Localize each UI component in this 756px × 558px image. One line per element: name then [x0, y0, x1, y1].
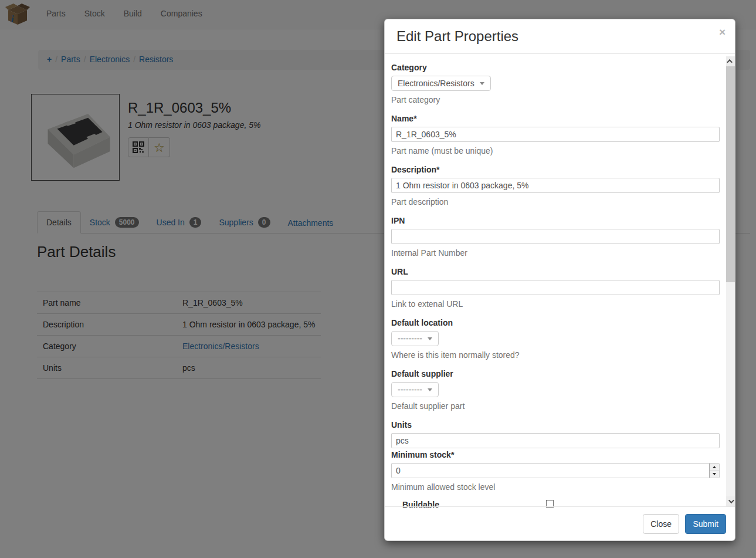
edit-part-modal: Edit Part Properties × Category Electron…	[384, 19, 735, 541]
spinner-up-button[interactable]	[710, 464, 719, 471]
category-help-text: Part category	[391, 94, 720, 105]
chevron-down-icon	[728, 498, 734, 503]
number-spinner	[709, 464, 719, 478]
description-help-text: Part description	[391, 197, 720, 207]
close-icon[interactable]: ×	[719, 26, 726, 38]
scrollbar-up-button[interactable]	[726, 56, 735, 66]
units-input[interactable]	[391, 433, 720, 448]
field-ipn: IPN Internal Part Number	[391, 215, 720, 258]
description-label: Description*	[391, 164, 720, 175]
chevron-down-icon	[480, 82, 484, 85]
scrollbar-thumb[interactable]	[726, 66, 735, 282]
minimum-stock-input[interactable]	[391, 463, 720, 478]
ipn-help-text: Internal Part Number	[391, 248, 720, 258]
name-input[interactable]	[391, 127, 720, 142]
modal-form-body: Category Electronics/Resistors Part cate…	[385, 54, 736, 508]
modal-footer: Close Submit	[385, 506, 735, 540]
chevron-down-icon	[428, 337, 432, 340]
field-default-supplier: Default supplier --------- Default suppl…	[391, 368, 720, 411]
modal-scrollbar[interactable]	[726, 56, 735, 506]
default-location-select[interactable]: ---------	[391, 331, 439, 346]
default-supplier-selected-value: ---------	[398, 385, 422, 394]
description-input[interactable]	[391, 178, 720, 193]
name-label: Name*	[391, 113, 720, 124]
ipn-label: IPN	[391, 215, 720, 226]
chevron-down-icon	[428, 388, 432, 391]
close-button[interactable]: Close	[643, 514, 679, 534]
default-location-label: Default location	[391, 317, 720, 328]
scrollbar-down-button[interactable]	[726, 496, 735, 506]
default-supplier-select[interactable]: ---------	[391, 382, 439, 397]
category-label: Category	[391, 62, 720, 73]
field-units: Units	[391, 420, 720, 448]
field-name: Name* Part name (must be unique)	[391, 113, 720, 156]
category-select[interactable]: Electronics/Resistors	[391, 76, 491, 91]
field-default-location: Default location --------- Where is this…	[391, 317, 720, 360]
modal-header: Edit Part Properties ×	[385, 19, 735, 54]
modal-title: Edit Part Properties	[396, 28, 723, 45]
chevron-up-icon	[727, 59, 733, 65]
submit-button[interactable]: Submit	[685, 514, 726, 534]
default-supplier-label: Default supplier	[391, 368, 720, 379]
name-help-text: Part name (must be unique)	[391, 146, 720, 156]
units-label: Units	[391, 420, 720, 430]
triangle-down-icon	[713, 473, 716, 475]
spinner-down-button[interactable]	[710, 471, 719, 478]
field-minimum-stock: Minimum stock* Minimum allowed stock lev…	[391, 449, 720, 492]
category-selected-value: Electronics/Resistors	[398, 79, 474, 88]
default-location-help-text: Where is this item normally stored?	[391, 350, 720, 360]
minimum-stock-label: Minimum stock*	[391, 449, 720, 460]
url-input[interactable]	[391, 280, 720, 295]
url-label: URL	[391, 266, 720, 277]
default-location-selected-value: ---------	[398, 334, 422, 343]
field-description: Description* Part description	[391, 164, 720, 207]
ipn-input[interactable]	[391, 229, 720, 244]
field-url: URL Link to extenal URL	[391, 266, 720, 309]
triangle-up-icon	[713, 466, 716, 468]
field-category: Category Electronics/Resistors Part cate…	[391, 62, 720, 105]
minimum-stock-help-text: Minimum allowed stock level	[391, 482, 720, 492]
default-supplier-help-text: Default supplier part	[391, 401, 720, 411]
url-help-text: Link to extenal URL	[391, 299, 720, 309]
